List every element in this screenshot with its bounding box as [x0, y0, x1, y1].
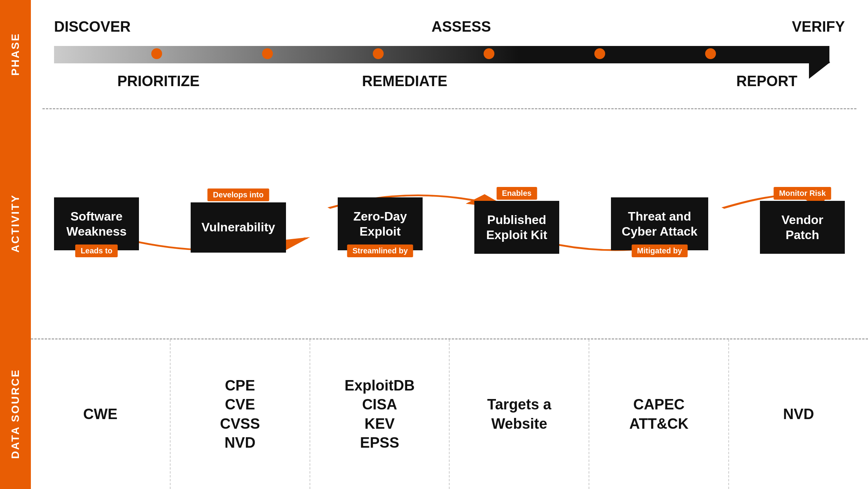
main-content: DISCOVER ASSESS VERIFY PRIORITIZE REMEDI…	[31, 0, 868, 489]
report-label: REPORT	[736, 73, 797, 90]
phase-section: DISCOVER ASSESS VERIFY PRIORITIZE REMEDI…	[31, 0, 868, 108]
vendor-patch-text: VendorPatch	[782, 212, 823, 242]
published-exploit-box: PublishedExploit Kit	[474, 201, 559, 254]
phase-dot-5	[594, 48, 605, 59]
phase-dot-4	[484, 48, 494, 59]
phase-bottom-labels: PRIORITIZE REMEDIATE REPORT	[54, 73, 845, 90]
discover-label: DISCOVER	[54, 19, 130, 35]
zero-day-text: Zero-DayExploit	[353, 209, 407, 239]
phase-dot-1	[151, 48, 162, 59]
develops-into-badge: Develops into	[208, 188, 269, 201]
activity-zero-day: Zero-DayExploit Streamlined by	[338, 197, 423, 250]
nvd-text: NVD	[783, 405, 814, 424]
phase-top-labels: DISCOVER ASSESS VERIFY	[54, 19, 845, 35]
activity-wrapper: SoftwareWeakness Leads to Develops into …	[46, 194, 853, 254]
monitor-risk-badge: Monitor Risk	[773, 187, 831, 200]
targets-text: Targets aWebsite	[487, 395, 551, 433]
phase-side-label: PHASE	[0, 0, 31, 108]
datasource-cpe-cve: CPECVECVSSNVD	[171, 340, 310, 489]
cwe-text: CWE	[83, 405, 118, 424]
threat-cyber-text: Threat andCyber Attack	[622, 209, 697, 239]
software-weakness-text: SoftwareWeakness	[66, 209, 127, 239]
vulnerability-text: Vulnerability	[201, 220, 275, 234]
exploitdb-text: ExploitDBCISAKEVEPSS	[345, 376, 415, 453]
streamlined-by-badge: Streamlined by	[347, 244, 413, 257]
vendor-patch-box: VendorPatch	[760, 201, 845, 254]
zero-day-box: Zero-DayExploit	[338, 197, 423, 250]
activity-published-exploit: Enables PublishedExploit Kit	[474, 194, 559, 254]
vulnerability-box: Vulnerability	[191, 202, 286, 253]
activity-threat-cyber: Threat andCyber Attack Mitigated by	[611, 197, 708, 250]
prioritize-label: PRIORITIZE	[117, 73, 200, 90]
remediate-label: REMEDIATE	[362, 73, 447, 90]
datasource-section: CWE CPECVECVSSNVD ExploitDBCISAKEVEPSS T…	[31, 338, 868, 489]
published-exploit-text: PublishedExploit Kit	[486, 212, 547, 242]
datasource-cwe: CWE	[31, 340, 171, 489]
phase-arrow	[54, 38, 845, 69]
threat-cyber-box: Threat andCyber Attack	[611, 197, 708, 250]
datasource-nvd: NVD	[729, 340, 868, 489]
mitigated-by-badge: Mitigated by	[632, 244, 688, 257]
datasource-exploitdb: ExploitDBCISAKEVEPSS	[310, 340, 450, 489]
phase-dot-3	[373, 48, 384, 59]
capec-text: CAPECATT&CK	[629, 395, 689, 433]
activity-vendor-patch: Monitor Risk VendorPatch	[760, 194, 845, 254]
left-labels: PHASE ACTIVITY DATA SOURCE	[0, 0, 31, 489]
enables-badge: Enables	[496, 187, 537, 200]
arrow-head	[809, 46, 830, 79]
phase-dot-6	[705, 48, 716, 59]
activity-side-label: ACTIVITY	[0, 108, 31, 338]
cpe-cve-text: CPECVECVSSNVD	[220, 376, 260, 453]
activity-section: SoftwareWeakness Leads to Develops into …	[31, 109, 868, 338]
datasource-side-label: DATA SOURCE	[0, 338, 31, 489]
verify-label: VERIFY	[792, 19, 845, 35]
activity-software-weakness: SoftwareWeakness Leads to	[54, 197, 139, 250]
activity-vulnerability: Develops into Vulnerability	[191, 195, 286, 253]
datasource-capec: CAPECATT&CK	[589, 340, 729, 489]
phase-dot-2	[262, 48, 273, 59]
activity-row: SoftwareWeakness Leads to Develops into …	[46, 194, 853, 254]
leads-to-badge: Leads to	[75, 244, 118, 257]
assess-label: ASSESS	[431, 19, 491, 35]
software-weakness-box: SoftwareWeakness	[54, 197, 139, 250]
datasource-targets: Targets aWebsite	[450, 340, 589, 489]
